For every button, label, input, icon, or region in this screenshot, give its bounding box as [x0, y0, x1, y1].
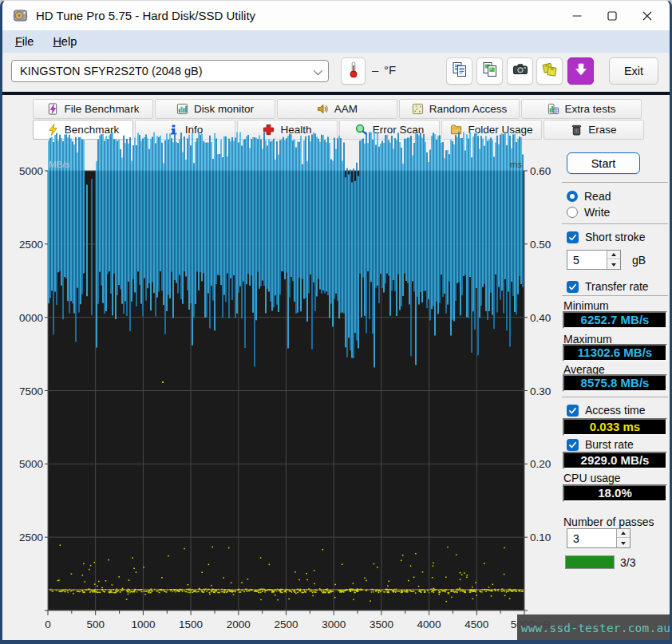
file-benchmark-icon	[47, 103, 59, 115]
temperature-button[interactable]	[341, 57, 366, 85]
x-tick: 500	[86, 618, 105, 630]
toolbar-separator	[2, 92, 670, 95]
tab-benchmark[interactable]: Benchmark	[33, 120, 133, 140]
watermark: www.ssd-tester.com.au	[517, 614, 672, 642]
spin-up-button[interactable]	[607, 251, 620, 259]
tab-label: Health	[280, 124, 311, 136]
magnifier-icon	[355, 124, 367, 136]
extra-tests-icon	[547, 103, 559, 115]
info-icon	[168, 124, 180, 136]
close-button[interactable]	[630, 1, 665, 30]
separator	[562, 223, 668, 224]
menu-item-help[interactable]: Help	[43, 33, 86, 50]
random-access-icon	[412, 103, 424, 115]
access-time-label: Access time	[585, 404, 645, 417]
burst-rate-value: 2929.0 MB/s	[563, 452, 667, 469]
disk-monitor-icon	[176, 103, 188, 115]
passes-label: Number of passes	[563, 516, 654, 528]
average-value: 8575.8 MB/s	[563, 374, 667, 392]
x-tick: 3000	[322, 618, 346, 630]
save-results-button[interactable]	[536, 57, 563, 85]
y-left-tick: 7500	[19, 385, 43, 397]
short-stroke-size-input[interactable]	[567, 251, 604, 269]
write-radio-label: Write	[584, 206, 610, 219]
minimize-button[interactable]	[559, 1, 595, 30]
y-left-tick: 5000	[19, 165, 43, 177]
copy-image-button[interactable]	[476, 57, 503, 85]
tab-info[interactable]: Info	[135, 120, 235, 140]
tab-error-scan[interactable]: Error Scan	[339, 120, 440, 140]
folder-icon	[450, 124, 462, 136]
tab-erase[interactable]: Erase	[544, 120, 644, 140]
checkbox-checked-icon	[567, 439, 579, 451]
checkbox-checked-icon	[567, 231, 579, 243]
triangle-down-icon	[621, 542, 626, 545]
y-right-tick: 0.40	[530, 312, 551, 324]
hdtune-window: HD Tune Pro 5.75 - Hard Disk/SSD Utility…	[0, 0, 672, 644]
screenshot-button[interactable]	[507, 57, 533, 85]
short-stroke-label: Short stroke	[585, 231, 645, 243]
tab-random-access[interactable]: Random Access	[399, 99, 520, 119]
write-radio[interactable]: Write	[567, 206, 610, 219]
download-button[interactable]	[567, 57, 594, 85]
x-tick: 2000	[227, 618, 251, 630]
short-stroke-checkbox[interactable]: Short stroke	[567, 231, 645, 243]
tab-label: Disk monitor	[194, 103, 254, 115]
radio-selected-icon	[567, 191, 578, 202]
menu-item-file[interactable]: File	[6, 33, 43, 50]
start-button-label: Start	[591, 157, 616, 170]
copy-text-button[interactable]	[446, 57, 472, 85]
tab-health[interactable]: Health	[237, 120, 338, 140]
exit-button[interactable]: Exit	[609, 57, 658, 85]
burst-rate-label: Burst rate	[585, 438, 634, 451]
access-time-checkbox[interactable]: Access time	[567, 404, 645, 417]
triangle-up-icon	[621, 531, 626, 535]
spin-down-button[interactable]	[607, 260, 620, 269]
tab-file-benchmark[interactable]: File Benchmark	[33, 99, 153, 119]
maximize-button[interactable]	[595, 1, 630, 30]
exit-button-label: Exit	[624, 65, 643, 77]
tab-folder-usage[interactable]: Folder Usage	[441, 120, 542, 140]
read-radio-label: Read	[584, 190, 611, 203]
copy-image-icon	[481, 61, 499, 81]
x-tick: 2500	[274, 618, 298, 630]
transfer-rate-checkbox[interactable]: Transfer rate	[567, 280, 649, 293]
triangle-up-icon	[611, 253, 616, 256]
right-axis-unit: ms	[510, 160, 523, 169]
access-time-value: 0.033 ms	[563, 418, 667, 436]
start-button[interactable]: Start	[567, 152, 640, 174]
temperature-value: –	[372, 63, 378, 77]
spin-up-button[interactable]	[617, 529, 630, 538]
transfer-rate-label: Transfer rate	[585, 280, 649, 293]
tab-disk-monitor[interactable]: Disk monitor	[155, 99, 275, 119]
short-stroke-unit: gB	[632, 254, 646, 267]
spin-down-button[interactable]	[617, 539, 630, 547]
checkbox-checked-icon	[567, 281, 579, 293]
read-radio[interactable]: Read	[567, 190, 611, 203]
download-icon	[573, 61, 589, 81]
separator	[562, 397, 668, 397]
tab-label: File Benchmark	[65, 103, 140, 115]
short-stroke-size-stepper[interactable]	[567, 250, 621, 270]
tab-label: Folder Usage	[468, 124, 532, 136]
y-left-tick: 0000	[19, 312, 43, 324]
burst-rate-checkbox[interactable]: Burst rate	[567, 438, 634, 451]
tab-aam[interactable]: AAM	[277, 99, 397, 119]
passes-stepper[interactable]	[567, 528, 630, 548]
x-tick: 4500	[464, 618, 488, 630]
drive-selector[interactable]: KINGSTON SFYR2S2T0 (2048 gB)	[11, 60, 329, 82]
tab-label: Erase	[588, 124, 616, 136]
tab-label: Error Scan	[373, 124, 425, 136]
pass-progress-bar	[565, 555, 615, 569]
tab-extra-tests[interactable]: Extra tests	[521, 99, 642, 119]
x-tick: 3500	[370, 618, 393, 630]
copy-icon	[451, 61, 468, 81]
pass-progress-label: 3/3	[620, 556, 635, 569]
watermark-text: www.ssd-tester.com.au	[521, 622, 671, 634]
title-bar: HD Tune Pro 5.75 - Hard Disk/SSD Utility	[2, 1, 670, 30]
passes-input[interactable]	[567, 529, 614, 547]
tab-label: Random Access	[429, 103, 508, 115]
minimum-value: 6252.7 MB/s	[563, 311, 667, 329]
progress-fill	[566, 556, 614, 568]
left-axis-unit: MB/s	[49, 160, 69, 169]
